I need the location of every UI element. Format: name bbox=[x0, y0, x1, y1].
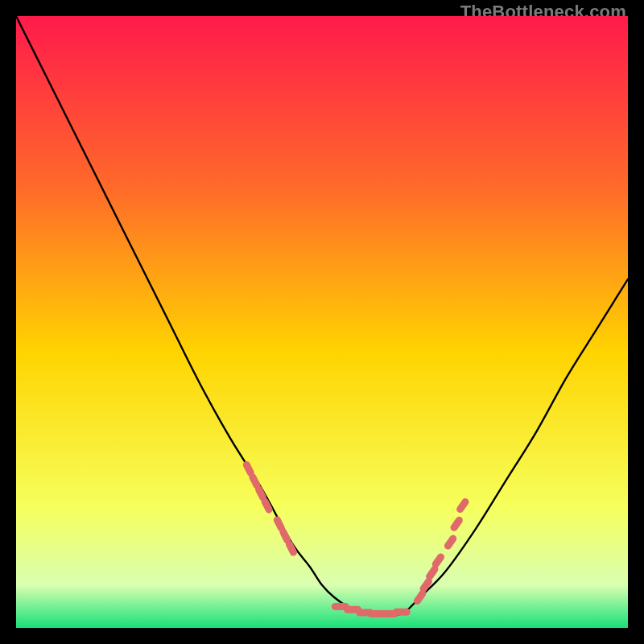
gradient-background bbox=[16, 16, 628, 628]
data-marker bbox=[393, 609, 411, 616]
bottleneck-chart bbox=[16, 16, 628, 628]
chart-frame bbox=[16, 16, 628, 628]
